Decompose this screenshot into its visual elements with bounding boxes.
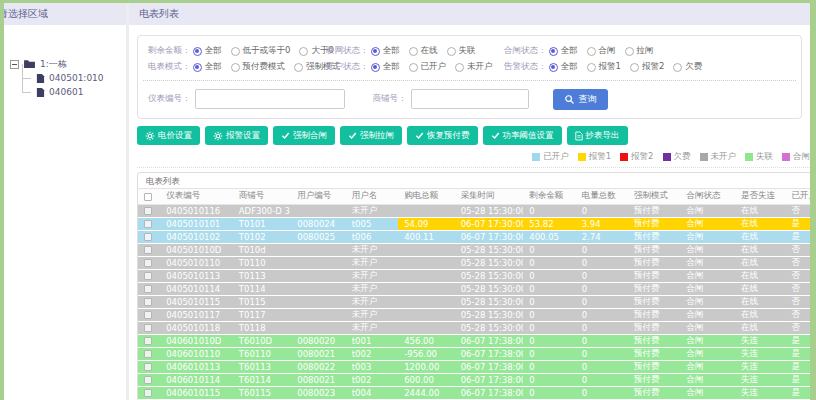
row-checkbox[interactable] (144, 324, 152, 332)
table-cell: 0 (576, 347, 628, 360)
radio-option[interactable]: 已开户 (409, 61, 447, 73)
radio-icon[interactable] (625, 47, 634, 56)
action-button[interactable]: 报警设置 (205, 126, 268, 145)
filter-label: 告警状态： (504, 61, 547, 73)
row-checkbox[interactable] (144, 389, 152, 397)
radio-option[interactable]: 全部 (371, 61, 400, 73)
radio-option[interactable]: 全部 (193, 45, 222, 57)
row-checkbox[interactable] (144, 337, 152, 345)
radio-option[interactable]: 失联 (447, 45, 476, 57)
table-cell: 预付费 (628, 295, 680, 308)
table-cell: 预付费 (628, 360, 680, 373)
shop-no-input[interactable] (411, 89, 529, 109)
radio-icon[interactable] (587, 47, 596, 56)
action-button[interactable]: 电价设置 (137, 126, 200, 145)
tree-node[interactable]: 040601 (10, 85, 122, 99)
radio-icon[interactable] (587, 63, 596, 72)
legend-swatch (700, 153, 708, 161)
table-row[interactable]: 040501010DT010d未开户05-28 15:30:0000预付费合闸在… (138, 243, 810, 256)
radio-icon[interactable] (630, 63, 639, 72)
table-row[interactable]: 0405010110T0110未开户05-28 15:30:0000预付费合闸在… (138, 256, 810, 269)
table-cell: T6010D (233, 334, 291, 347)
action-button[interactable]: 强制合闸 (273, 126, 335, 145)
legend-item: 已开户 (532, 151, 569, 163)
table-row[interactable]: 0405010117T0117未开户05-28 15:30:0000预付费合闸在… (138, 308, 810, 321)
radio-option[interactable]: 报警1 (587, 61, 621, 73)
table-row[interactable]: 0406010110T601100080021t002-956.0006-07 … (138, 347, 810, 360)
row-checkbox[interactable] (144, 350, 152, 358)
action-button[interactable]: 恢复预付费 (407, 126, 478, 145)
radio-option[interactable]: 全部 (193, 61, 222, 73)
radio-option[interactable]: 低于或等于0 (231, 45, 291, 57)
table-row[interactable]: 0405010101T01010080024t00554.0906-07 17:… (138, 217, 810, 230)
table-row[interactable]: 0405010116ADF300-D 3未开户05-28 15:30:0000预… (138, 204, 810, 217)
action-button[interactable]: 强制拉闸 (340, 126, 402, 145)
meter-list-panel: 电表列表 剩余金额：全部低于或等于0大于0联网状态：全部在线失联合闸状态：全部合… (129, 3, 810, 400)
table-row[interactable]: 0406010114T601140080021t002600.0006-07 1… (138, 373, 810, 386)
table-row[interactable]: 0405010118T0118未开户05-28 15:30:0000预付费合闸在… (138, 321, 810, 334)
table-row[interactable]: 0405010113T0113未开户05-28 15:30:0000预付费合闸在… (138, 269, 810, 282)
table-row[interactable]: 0406010115T601150080023t0042444.0006-07 … (138, 386, 810, 399)
row-checkbox[interactable] (144, 233, 152, 241)
status-legend: 已开户报警1报警2欠费未开户失联合闸 (137, 151, 810, 168)
action-button[interactable]: 抄表导出 (567, 126, 628, 145)
table-cell: 是 (785, 217, 810, 230)
radio-option[interactable]: 未开户 (455, 61, 493, 73)
table-row[interactable]: 0405010114T0114未开户05-28 15:30:0000预付费合闸在… (138, 282, 810, 295)
table-cell: 0 (523, 386, 575, 399)
table-cell: t006 (346, 230, 398, 243)
radio-icon[interactable] (409, 63, 418, 72)
table-section-title: 电表列表 (138, 173, 810, 189)
row-checkbox[interactable] (144, 246, 152, 254)
collapse-icon[interactable] (10, 60, 19, 69)
region-panel: 请选择区域 1:一栋 040501:010040601 (4, 3, 126, 400)
radio-icon[interactable] (193, 47, 202, 56)
query-button[interactable]: 查询 (553, 89, 608, 110)
row-checkbox[interactable] (144, 363, 152, 371)
table-row[interactable]: 040601010DT6010D0080020t001456.0006-07 1… (138, 334, 810, 347)
radio-icon[interactable] (673, 63, 682, 72)
radio-option[interactable]: 全部 (371, 45, 400, 57)
radio-option[interactable]: 欠费 (673, 61, 702, 73)
radio-option[interactable]: 报警2 (630, 61, 664, 73)
row-checkbox[interactable] (144, 298, 152, 306)
tree-node-root[interactable]: 1:一栋 (10, 57, 122, 71)
radio-icon[interactable] (231, 47, 240, 56)
row-checkbox[interactable] (144, 311, 152, 319)
row-checkbox[interactable] (144, 259, 152, 267)
table-cell (291, 256, 345, 269)
table-row[interactable]: 0406010113T601130080022t0031200.0006-07 … (138, 360, 810, 373)
row-checkbox[interactable] (144, 376, 152, 384)
radio-icon[interactable] (231, 63, 240, 72)
radio-icon[interactable] (193, 63, 202, 72)
meter-no-input[interactable] (195, 89, 345, 109)
radio-icon[interactable] (371, 63, 380, 72)
table-row[interactable]: 0405010102T01020080025t006400.1106-07 17… (138, 230, 810, 243)
radio-icon[interactable] (371, 47, 380, 56)
row-checkbox[interactable] (144, 272, 152, 280)
table-cell: 预付费 (628, 269, 680, 282)
radio-option[interactable]: 拉闸 (625, 45, 654, 57)
table-cell: 在线 (735, 256, 785, 269)
radio-option[interactable]: 全部 (549, 61, 578, 73)
radio-option[interactable]: 全部 (549, 45, 578, 57)
select-all-checkbox[interactable] (144, 193, 152, 201)
radio-icon[interactable] (447, 47, 456, 56)
filter-group: 联网状态：全部在线失联 (326, 45, 504, 57)
radio-icon[interactable] (549, 63, 558, 72)
row-checkbox[interactable] (144, 285, 152, 293)
action-button[interactable]: 功率阈值设置 (483, 126, 562, 145)
radio-option[interactable]: 合闸 (587, 45, 616, 57)
table-cell: 在线 (735, 217, 785, 230)
radio-icon[interactable] (294, 63, 303, 72)
radio-icon[interactable] (299, 47, 308, 56)
radio-icon[interactable] (409, 47, 418, 56)
table-row[interactable]: 0405010115T0115未开户05-28 15:30:0000预付费合闸在… (138, 295, 810, 308)
radio-option[interactable]: 在线 (409, 45, 438, 57)
radio-option[interactable]: 预付费模式 (231, 61, 286, 73)
radio-icon[interactable] (455, 63, 464, 72)
row-checkbox[interactable] (144, 207, 152, 215)
tree-node[interactable]: 040501:010 (10, 71, 122, 85)
row-checkbox[interactable] (144, 220, 152, 228)
radio-icon[interactable] (549, 47, 558, 56)
